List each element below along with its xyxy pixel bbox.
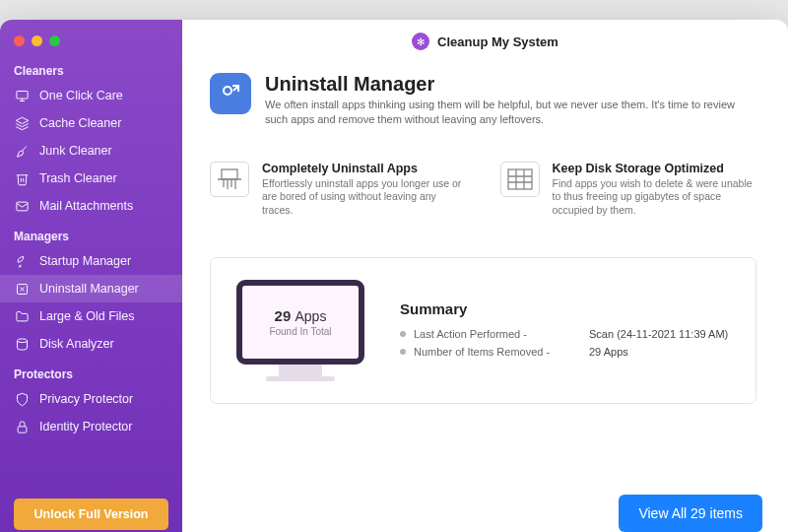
title-bar: ✻ Cleanup My System (182, 20, 788, 63)
svg-rect-17 (508, 169, 532, 189)
summary-row: Last Action Performed - Scan (24-11-2021… (400, 325, 730, 343)
summary-card: 29 Apps Found In Total Summary Last Acti… (210, 257, 756, 404)
uninstall-icon (14, 281, 30, 297)
bullet-icon (400, 349, 406, 355)
sidebar-item-startup-manager[interactable]: Startup Manager (0, 247, 182, 275)
main-panel: ✻ Cleanup My System Uninstall Manager We… (182, 20, 788, 532)
feature-title: Keep Disk Storage Optimized (553, 162, 757, 175)
sidebar-item-trash-cleaner[interactable]: Trash Cleaner (0, 165, 182, 192)
svg-rect-11 (222, 169, 237, 179)
monitor-graphic: 29 Apps Found In Total (236, 280, 364, 381)
summary-count-sub: Found In Total (269, 326, 331, 337)
sidebar-item-disk-analyzer[interactable]: Disk Analyzer (0, 330, 182, 358)
summary-label: Last Action Performed - (414, 328, 581, 340)
feature-desc: Effortlessly uninstall apps you longer u… (262, 177, 467, 218)
monitor-base (266, 376, 335, 381)
sidebar-section-protectors: Protectors (0, 358, 182, 385)
sidebar-item-label: Mail Attachments (39, 199, 133, 213)
monitor-stand (279, 365, 322, 376)
sidebar-item-label: Identity Protector (39, 420, 133, 433)
unlock-full-version-button[interactable]: Unlock Full Version (14, 499, 168, 530)
svg-marker-3 (16, 117, 29, 123)
bullet-icon (400, 331, 406, 337)
summary-count: 29 Apps (275, 307, 327, 324)
svg-rect-0 (16, 91, 27, 99)
svg-point-8 (17, 338, 27, 342)
feature-desc: Find apps you wish to delete & were unab… (553, 177, 757, 218)
broom-icon (14, 143, 30, 159)
summary-label: Number of Items Removed - (414, 346, 581, 358)
sidebar-item-privacy-protector[interactable]: Privacy Protector (0, 385, 182, 413)
sidebar-item-label: Uninstall Manager (39, 282, 139, 296)
sidebar-item-one-click-care[interactable]: One Click Care (0, 82, 182, 109)
close-icon[interactable] (14, 35, 25, 46)
shredder-icon (210, 162, 249, 197)
folder-icon (14, 308, 30, 324)
monitor-screen: 29 Apps Found In Total (236, 280, 364, 365)
sidebar-item-label: Disk Analyzer (39, 337, 114, 351)
mail-icon (14, 198, 30, 214)
feature-row: Completely Uninstall Apps Effortlessly u… (210, 162, 756, 218)
page-subtitle: We often install apps thinking using the… (265, 98, 748, 128)
feature-card: Keep Disk Storage Optimized Find apps yo… (500, 162, 757, 218)
summary-title: Summary (400, 300, 730, 317)
svg-rect-4 (16, 202, 27, 211)
page-header: Uninstall Manager We often install apps … (210, 73, 756, 128)
window-controls (0, 28, 182, 54)
page-title: Uninstall Manager (265, 73, 748, 96)
sidebar-item-mail-attachments[interactable]: Mail Attachments (0, 192, 182, 220)
summary-value: Scan (24-11-2021 11:39 AM) (589, 328, 728, 340)
grid-icon (500, 162, 540, 197)
app-window: Cleaners One Click Care Cache Cleaner Ju… (0, 20, 788, 532)
minimize-icon[interactable] (32, 35, 42, 46)
footer: View All 29 items (182, 481, 788, 532)
svg-point-10 (224, 87, 231, 95)
view-all-items-button[interactable]: View All 29 items (619, 495, 762, 532)
sidebar-item-uninstall-manager[interactable]: Uninstall Manager (0, 275, 182, 302)
feature-card: Completely Uninstall Apps Effortlessly u… (210, 162, 467, 218)
sidebar-item-label: Privacy Protector (39, 392, 133, 406)
sidebar-section-cleaners: Cleaners (0, 54, 182, 82)
content: Uninstall Manager We often install apps … (182, 63, 788, 481)
sidebar-item-label: Large & Old Files (39, 309, 135, 323)
sidebar: Cleaners One Click Care Cache Cleaner Ju… (0, 20, 182, 532)
monitor-icon (14, 88, 30, 103)
maximize-icon[interactable] (49, 35, 60, 46)
sidebar-item-label: Junk Cleaner (39, 144, 112, 158)
layers-icon (14, 115, 30, 131)
summary-row: Number of Items Removed - 29 Apps (400, 343, 730, 361)
sidebar-item-label: Startup Manager (39, 254, 131, 268)
sidebar-item-label: Cache Cleaner (39, 116, 121, 130)
summary-value: 29 Apps (589, 346, 628, 358)
summary-body: Summary Last Action Performed - Scan (24… (400, 300, 730, 361)
sidebar-section-managers: Managers (0, 220, 182, 247)
sidebar-item-identity-protector[interactable]: Identity Protector (0, 413, 182, 440)
feature-title: Completely Uninstall Apps (262, 162, 467, 175)
rocket-icon (14, 253, 30, 269)
disk-icon (14, 336, 30, 352)
sidebar-item-label: One Click Care (39, 89, 123, 102)
sidebar-item-label: Trash Cleaner (39, 171, 117, 185)
app-title: Cleanup My System (437, 34, 558, 49)
shield-icon (14, 391, 30, 407)
sidebar-item-cache-cleaner[interactable]: Cache Cleaner (0, 109, 182, 137)
lock-icon (14, 419, 30, 434)
trash-icon (14, 170, 30, 186)
sidebar-item-junk-cleaner[interactable]: Junk Cleaner (0, 137, 182, 165)
app-logo-icon: ✻ (412, 33, 429, 50)
page-icon (210, 73, 251, 114)
svg-rect-9 (18, 426, 27, 432)
sidebar-item-large-old-files[interactable]: Large & Old Files (0, 302, 182, 330)
